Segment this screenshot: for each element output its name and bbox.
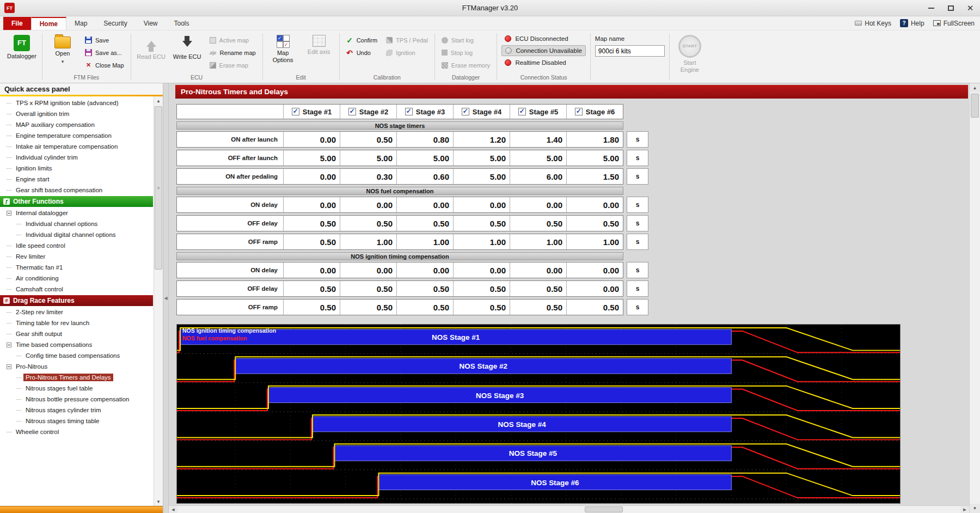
sidebar-item-internal-datalogger[interactable]: Internal datalogger bbox=[0, 207, 153, 218]
menu-fullscreen[interactable]: FullScreen bbox=[933, 20, 975, 27]
cell-on-delay-stage-6[interactable]: 0.00 bbox=[566, 197, 623, 212]
expander-minus-icon[interactable] bbox=[7, 343, 11, 347]
sidebar-item-config-time-based-compensations[interactable]: Config time based compensations bbox=[0, 350, 153, 361]
cell-on-after-launch-stage-3[interactable]: 0.80 bbox=[396, 132, 453, 147]
cell-off-delay-stage-1[interactable]: 0.50 bbox=[283, 216, 340, 231]
sidebar-scroll-thumb[interactable] bbox=[155, 106, 162, 270]
cell-on-delay-stage-1[interactable]: 0.00 bbox=[283, 197, 340, 212]
hscroll-left-icon[interactable] bbox=[169, 506, 177, 513]
cell-off-ramp-stage-5[interactable]: 0.50 bbox=[510, 300, 566, 315]
cell-on-after-pedaling-stage-5[interactable]: 6.00 bbox=[510, 169, 566, 184]
sidebar-item-gear-shift-based-compensation[interactable]: Gear shift based compensation bbox=[0, 185, 153, 196]
sidebar-group-drag-race-features[interactable]: #Drag Race Features bbox=[0, 295, 153, 306]
cell-off-delay-stage-3[interactable]: 0.50 bbox=[396, 216, 453, 231]
tab-map[interactable]: Map bbox=[66, 17, 95, 30]
expander-minus-icon[interactable] bbox=[7, 364, 11, 369]
cell-on-after-launch-stage-4[interactable]: 1.20 bbox=[453, 132, 510, 147]
cell-on-after-pedaling-stage-1[interactable]: 0.00 bbox=[283, 169, 340, 184]
edit-axis-button[interactable]: Edit axis bbox=[303, 33, 335, 56]
sidebar-scrollbar[interactable] bbox=[154, 96, 163, 506]
cell-off-after-launch-stage-5[interactable]: 5.00 bbox=[510, 150, 566, 166]
sidebar-item-overall-ignition-trim[interactable]: Overall ignition trim bbox=[0, 108, 153, 119]
sidebar-item-pro-nitrous-timers-and-delays[interactable]: Pro-Nitrous Timers and Delays bbox=[0, 372, 153, 383]
sidebar-item-engine-temperature-compensation[interactable]: Engine temperature compensation bbox=[0, 130, 153, 141]
tab-home[interactable]: Home bbox=[31, 17, 66, 30]
save-as-button[interactable]: Save as... bbox=[83, 47, 126, 58]
ignition-button[interactable]: Ignition bbox=[384, 47, 430, 58]
sidebar-item-tps-x-rpm-ignition-table-advanced[interactable]: TPS x RPM ignition table (advanced) bbox=[0, 97, 153, 108]
map-options-button[interactable]: Map Options bbox=[267, 33, 299, 63]
sidebar-item-nitrous-stages-timing-table[interactable]: Nitrous stages timing table bbox=[0, 416, 153, 426]
cell-off-delay-stage-4[interactable]: 0.50 bbox=[453, 281, 510, 296]
cell-on-delay-stage-1[interactable]: 0.00 bbox=[283, 262, 340, 278]
cell-off-after-launch-stage-3[interactable]: 5.00 bbox=[396, 150, 453, 166]
close-map-button[interactable]: Close Map bbox=[83, 60, 126, 70]
sidebar-item-individual-digital-channel-options[interactable]: Individual digital channel options bbox=[0, 229, 153, 240]
sidebar-item-map-auxiliary-compensation[interactable]: MAP auxiliary compensation bbox=[0, 119, 153, 130]
save-button[interactable]: Save bbox=[83, 35, 126, 45]
tps-pedal-button[interactable]: TPS / Pedal bbox=[384, 35, 430, 45]
cell-off-delay-stage-6[interactable]: 0.00 bbox=[566, 281, 623, 296]
cell-off-delay-stage-5[interactable]: 0.50 bbox=[510, 281, 566, 296]
sidebar-item-timing-table-for-rev-launch[interactable]: Timing table for rev launch bbox=[0, 317, 153, 328]
main-vertical-scrollbar[interactable] bbox=[969, 83, 980, 513]
sidebar-group-other-functions[interactable]: ƒOther Functions bbox=[0, 196, 153, 207]
rename-map-button[interactable]: a|eRename map bbox=[207, 47, 258, 58]
erase-memory-button[interactable]: Erase memory bbox=[439, 60, 493, 70]
cell-off-ramp-stage-1[interactable]: 0.50 bbox=[283, 300, 340, 315]
cell-on-delay-stage-3[interactable]: 0.00 bbox=[396, 262, 453, 278]
cell-on-delay-stage-4[interactable]: 0.00 bbox=[453, 262, 510, 278]
sidebar-splitter[interactable] bbox=[163, 83, 169, 513]
cell-off-ramp-stage-4[interactable]: 0.50 bbox=[453, 300, 510, 315]
erase-map-button[interactable]: Erase map bbox=[207, 60, 258, 70]
cell-off-delay-stage-4[interactable]: 0.50 bbox=[453, 216, 510, 231]
vscroll-up-icon[interactable] bbox=[970, 83, 980, 93]
open-dropdown-caret[interactable]: ▾ bbox=[62, 59, 64, 64]
cell-off-ramp-stage-5[interactable]: 1.00 bbox=[510, 234, 566, 249]
cell-off-delay-stage-1[interactable]: 0.50 bbox=[283, 281, 340, 296]
cell-on-delay-stage-4[interactable]: 0.00 bbox=[453, 197, 510, 212]
connection-unavailable-status[interactable]: Connection Unavailable bbox=[501, 45, 585, 56]
expander-minus-icon[interactable] bbox=[7, 211, 11, 216]
sidebar-item-idle-speed-control[interactable]: Idle speed control bbox=[0, 240, 153, 251]
sidebar-partial-group-strip[interactable] bbox=[0, 506, 163, 513]
map-name-input[interactable] bbox=[595, 45, 665, 57]
close-button[interactable]: ✕ bbox=[960, 0, 980, 16]
datalogger-button[interactable]: FT Datalogger bbox=[6, 33, 38, 60]
sidebar-item-gear-shift-output[interactable]: Gear shift output bbox=[0, 328, 153, 339]
sidebar-item-time-based-compensations[interactable]: Time based compensations bbox=[0, 339, 153, 350]
cell-off-delay-stage-2[interactable]: 0.50 bbox=[340, 281, 396, 296]
hscroll-track[interactable] bbox=[177, 506, 960, 513]
write-ecu-button[interactable]: Write ECU bbox=[171, 33, 203, 60]
undo-button[interactable]: Undo bbox=[344, 47, 380, 58]
cell-off-ramp-stage-3[interactable]: 1.00 bbox=[396, 234, 453, 249]
cell-on-after-launch-stage-5[interactable]: 1.40 bbox=[510, 132, 566, 147]
cell-off-after-launch-stage-6[interactable]: 5.00 bbox=[566, 150, 623, 166]
cell-on-delay-stage-3[interactable]: 0.00 bbox=[396, 197, 453, 212]
sidebar-scroll-up-icon[interactable] bbox=[154, 96, 163, 105]
confirm-button[interactable]: Confirm bbox=[344, 35, 380, 45]
hscroll-thumb[interactable] bbox=[585, 506, 623, 512]
cell-on-delay-stage-2[interactable]: 0.00 bbox=[340, 262, 396, 278]
menu-help[interactable]: Help bbox=[900, 19, 924, 27]
read-ecu-button[interactable]: Read ECU bbox=[136, 33, 167, 60]
sidebar-item-rev-limiter[interactable]: Rev limiter bbox=[0, 251, 153, 262]
stage-6-checkbox[interactable] bbox=[575, 108, 583, 115]
sidebar-item-wheelie-control[interactable]: Wheelie control bbox=[0, 426, 153, 437]
stage-2-checkbox[interactable] bbox=[348, 108, 356, 115]
sidebar-scroll-track[interactable] bbox=[154, 105, 163, 497]
sidebar-item-air-conditioning[interactable]: Air conditioning bbox=[0, 273, 153, 284]
cell-on-after-launch-stage-2[interactable]: 0.50 bbox=[340, 132, 396, 147]
tab-security[interactable]: Security bbox=[95, 17, 135, 30]
cell-on-delay-stage-6[interactable]: 0.00 bbox=[566, 262, 623, 278]
sidebar-item-nitrous-stages-fuel-table[interactable]: Nitrous stages fuel table bbox=[0, 383, 153, 394]
cell-on-after-launch-stage-6[interactable]: 1.80 bbox=[566, 132, 623, 147]
cell-off-ramp-stage-6[interactable]: 0.50 bbox=[566, 300, 623, 315]
cell-off-delay-stage-3[interactable]: 0.50 bbox=[396, 281, 453, 296]
cell-off-delay-stage-5[interactable]: 0.50 bbox=[510, 216, 566, 231]
sidebar-item-intake-air-temperature-compensation[interactable]: Intake air temperature compensation bbox=[0, 141, 153, 152]
cell-off-after-launch-stage-2[interactable]: 5.00 bbox=[340, 150, 396, 166]
vscroll-thumb[interactable] bbox=[971, 94, 979, 118]
cell-off-ramp-stage-2[interactable]: 1.00 bbox=[340, 234, 396, 249]
maximize-button[interactable] bbox=[941, 0, 960, 16]
